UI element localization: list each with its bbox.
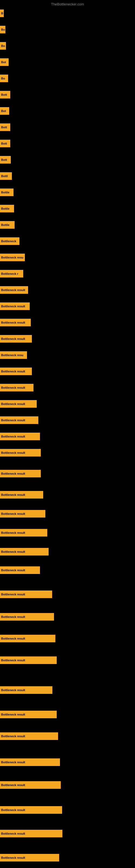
bar-label-28: Bottleneck result: [1, 451, 25, 454]
bar-container-43: Bottleneck result: [0, 781, 61, 789]
bar-15: Bottleneck: [0, 237, 19, 245]
bar-38: Bottleneck result: [0, 656, 57, 664]
bar-6: Bott: [0, 91, 10, 98]
bar-label-15: Bottleneck: [1, 240, 16, 243]
bar-label-26: Bottleneck result: [1, 418, 25, 422]
bar-container-3: Bo: [0, 42, 6, 50]
bar-container-8: Bott: [0, 123, 10, 131]
bar-27: Bottleneck result: [0, 433, 40, 440]
bar-32: Bottleneck result: [0, 529, 47, 536]
bar-42: Bottleneck result: [0, 758, 60, 766]
bar-46: Bottleneck result: [0, 854, 59, 862]
bar-container-2: Bo: [0, 26, 5, 33]
bar-label-31: Bottleneck result: [1, 512, 25, 516]
bar-23: Bottleneck result: [0, 368, 32, 375]
bar-container-39: Bottleneck result: [0, 686, 52, 694]
bar-label-16: Bottleneck resu: [1, 256, 24, 259]
bar-container-28: Bottleneck result: [0, 449, 41, 457]
bar-label-33: Bottleneck result: [1, 550, 25, 553]
bar-container-7: Bot: [0, 107, 9, 115]
bar-9: Bott: [0, 140, 10, 147]
bar-label-18: Bottleneck result: [1, 288, 25, 291]
bar-label-14: Bottle: [1, 223, 9, 226]
bar-container-26: Bottleneck result: [0, 416, 38, 424]
bar-22: Bottleneck resu: [0, 351, 27, 359]
bar-container-30: Bottleneck result: [0, 491, 43, 499]
bar-label-32: Bottleneck result: [1, 531, 25, 534]
bar-2: Bo: [0, 26, 5, 33]
site-title: TheBottlenecker.com: [51, 2, 84, 6]
bar-label-5: Bo: [1, 77, 5, 80]
bar-1: B: [0, 9, 4, 17]
bar-label-24: Bottleneck result: [1, 386, 25, 389]
bar-label-35: Bottleneck result: [1, 593, 25, 596]
bar-container-34: Bottleneck result: [0, 566, 40, 574]
bar-18: Bottleneck result: [0, 286, 28, 294]
bar-label-41: Bottleneck result: [1, 735, 25, 738]
bar-label-37: Bottleneck result: [1, 637, 25, 640]
bar-label-27: Bottleneck result: [1, 435, 25, 438]
bar-label-42: Bottleneck result: [1, 761, 25, 764]
bar-container-32: Bottleneck result: [0, 529, 47, 536]
bar-41: Bottleneck result: [0, 733, 58, 740]
bar-40: Bottleneck result: [0, 711, 57, 718]
bar-7: Bot: [0, 107, 9, 115]
bar-container-16: Bottleneck resu: [0, 254, 25, 261]
bar-label-8: Bott: [1, 126, 7, 129]
bar-label-1: B: [1, 12, 3, 15]
bar-label-9: Bott: [1, 142, 7, 145]
bar-label-17: Bottleneck r: [1, 272, 18, 275]
bar-label-19: Bottleneck result: [1, 305, 25, 308]
bar-container-5: Bo: [0, 74, 8, 82]
bar-17: Bottleneck r: [0, 270, 23, 278]
bar-label-23: Bottleneck result: [1, 370, 25, 373]
bar-container-25: Bottleneck result: [0, 400, 37, 408]
bar-26: Bottleneck result: [0, 416, 38, 424]
bar-container-27: Bottleneck result: [0, 433, 40, 440]
bar-container-1: B: [0, 9, 4, 17]
bar-container-38: Bottleneck result: [0, 656, 57, 664]
bar-label-36: Bottleneck result: [1, 615, 25, 618]
bar-container-40: Bottleneck result: [0, 711, 57, 718]
bar-label-30: Bottleneck result: [1, 493, 25, 496]
bar-container-11: Bottl: [0, 172, 12, 180]
bar-33: Bottleneck result: [0, 548, 49, 556]
bar-container-19: Bottleneck result: [0, 303, 30, 310]
bar-container-20: Bottleneck result: [0, 319, 31, 326]
bar-container-45: Bottleneck result: [0, 830, 62, 837]
bar-14: Bottle: [0, 221, 14, 229]
bar-12: Bottle: [0, 188, 13, 196]
bar-label-7: Bot: [1, 109, 6, 113]
bar-container-46: Bottleneck result: [0, 854, 59, 862]
bar-4: Bot: [0, 58, 9, 66]
bar-25: Bottleneck result: [0, 400, 37, 408]
bar-container-24: Bottleneck result: [0, 384, 34, 392]
bar-container-10: Bott: [0, 156, 11, 163]
bar-37: Bottleneck result: [0, 635, 55, 642]
bar-16: Bottleneck resu: [0, 254, 25, 261]
bar-label-46: Bottleneck result: [1, 856, 25, 859]
bar-label-43: Bottleneck result: [1, 783, 25, 786]
bar-container-41: Bottleneck result: [0, 733, 58, 740]
bar-container-17: Bottleneck r: [0, 270, 23, 278]
bar-container-15: Bottleneck: [0, 237, 19, 245]
bar-label-44: Bottleneck result: [1, 808, 25, 812]
bar-label-4: Bot: [1, 61, 6, 64]
bar-label-20: Bottleneck result: [1, 321, 25, 324]
bar-29: Bottleneck result: [0, 470, 41, 477]
bar-11: Bottl: [0, 172, 12, 180]
bar-label-10: Bott: [1, 158, 7, 161]
bar-label-21: Bottleneck result: [1, 337, 25, 340]
bar-label-6: Bott: [1, 93, 7, 96]
bar-label-22: Bottleneck resu: [1, 353, 24, 357]
bar-container-37: Bottleneck result: [0, 635, 55, 642]
bar-container-44: Bottleneck result: [0, 806, 62, 814]
bar-container-12: Bottle: [0, 188, 13, 196]
bar-label-11: Bottl: [1, 175, 8, 178]
bar-container-13: Bottle: [0, 205, 14, 212]
bar-39: Bottleneck result: [0, 686, 52, 694]
bar-label-29: Bottleneck result: [1, 472, 25, 475]
bar-label-13: Bottle: [1, 207, 9, 210]
bar-label-39: Bottleneck result: [1, 688, 25, 692]
bar-container-23: Bottleneck result: [0, 368, 32, 375]
